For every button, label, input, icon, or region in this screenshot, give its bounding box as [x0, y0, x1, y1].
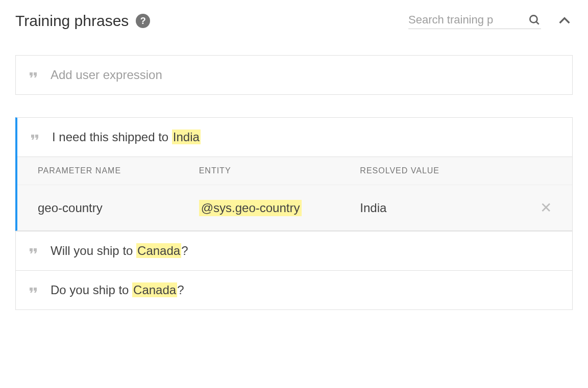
svg-point-0 — [530, 15, 537, 22]
param-name-cell: geo-country — [38, 201, 199, 215]
section-header: Training phrases ? — [15, 12, 573, 30]
quote-icon — [27, 69, 39, 81]
phrase-text: Will you ship to Canada? — [51, 244, 188, 258]
phrase-text: I need this shipped to India — [52, 130, 201, 144]
training-phrase-row[interactable]: Do you ship to Canada? — [16, 270, 572, 309]
quote-icon — [27, 245, 39, 257]
col-entity: ENTITY — [199, 166, 360, 175]
entity-highlight[interactable]: Canada — [132, 282, 177, 297]
delete-param-icon[interactable]: ✕ — [540, 199, 552, 216]
training-phrase-row[interactable]: I need this shipped to India — [17, 118, 572, 157]
entity-chip[interactable]: @sys.geo-country — [199, 200, 302, 216]
search-input[interactable] — [408, 13, 528, 27]
add-expression-container — [15, 55, 573, 95]
phrase-list: Will you ship to Canada? Do you ship to … — [15, 231, 573, 310]
help-icon[interactable]: ? — [136, 14, 150, 28]
header-right — [408, 13, 573, 29]
svg-line-1 — [536, 21, 538, 24]
search-icon[interactable] — [528, 13, 541, 27]
parameter-table: PARAMETER NAME ENTITY RESOLVED VALUE geo… — [17, 157, 572, 230]
phrase-text: Do you ship to Canada? — [51, 283, 184, 297]
col-resolved-value: RESOLVED VALUE — [360, 166, 521, 175]
section-title: Training phrases — [15, 12, 129, 30]
collapse-icon[interactable] — [556, 13, 573, 29]
training-phrase-row[interactable]: Will you ship to Canada? — [16, 231, 572, 270]
entity-highlight[interactable]: India — [172, 130, 201, 144]
col-parameter-name: PARAMETER NAME — [38, 166, 199, 175]
quote-icon — [27, 284, 39, 296]
selected-phrase-block: I need this shipped to India PARAMETER N… — [15, 117, 573, 231]
add-expression-row[interactable] — [16, 56, 572, 94]
add-expression-input[interactable] — [51, 68, 561, 82]
param-table-row[interactable]: geo-country @sys.geo-country India ✕ — [17, 185, 572, 230]
quote-icon — [29, 131, 41, 143]
search-field[interactable] — [408, 13, 541, 29]
entity-highlight[interactable]: Canada — [136, 243, 181, 258]
param-table-header: PARAMETER NAME ENTITY RESOLVED VALUE — [17, 157, 572, 185]
resolved-value-cell: India — [360, 201, 521, 215]
header-left: Training phrases ? — [15, 12, 150, 30]
